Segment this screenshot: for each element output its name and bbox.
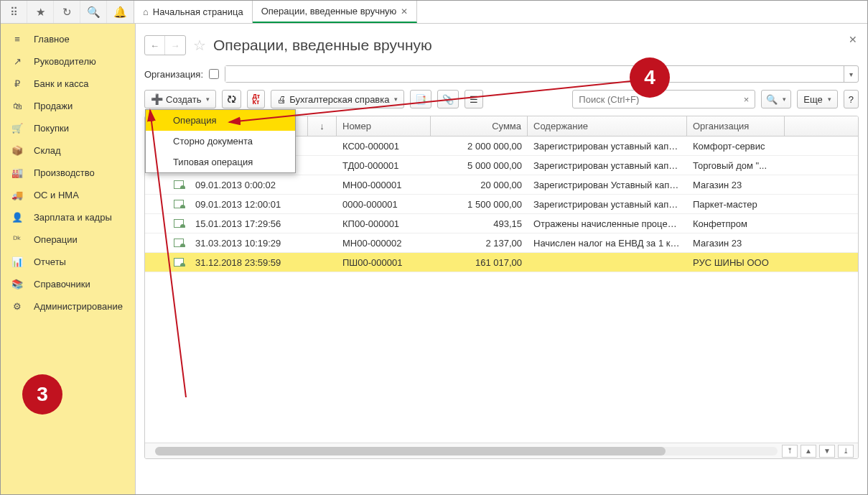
sidebar-item[interactable]: ₽Банк и касса	[1, 73, 135, 95]
sidebar-item[interactable]: 🛍Продажи	[1, 95, 135, 117]
help-button[interactable]: ?	[844, 90, 859, 108]
table-row[interactable]: 31.12.2018 23:59:59ПШ00-000001161 017,00…	[145, 253, 858, 272]
sidebar-label: Администрирование	[34, 301, 123, 312]
doc-icon	[174, 200, 184, 208]
sidebar-icon: ↗	[11, 56, 24, 67]
col-sum[interactable]: Сумма	[431, 116, 528, 136]
list-button[interactable]: ☰	[465, 90, 483, 108]
search-box[interactable]: ×	[572, 90, 755, 108]
doc-icon	[174, 258, 184, 267]
cell: Конфетпром	[687, 218, 785, 229]
back-button[interactable]: ←	[145, 36, 165, 55]
tab[interactable]: ⌂Начальная страница	[134, 1, 253, 23]
org-dropdown-icon[interactable]: ▾	[844, 66, 858, 82]
create-menu-item[interactable]: Типовая операция	[146, 152, 295, 172]
table-row[interactable]: 15.01.2013 17:29:56КП00-000001493,15Отра…	[145, 214, 858, 233]
tab-label: Операции, введенные вручную	[261, 6, 397, 17]
dtkt-button[interactable]: ДтКт	[247, 90, 265, 108]
org-field[interactable]: ▾	[225, 65, 859, 83]
col-sort[interactable]: ↓	[308, 116, 337, 136]
cell: 09.01.2013 12:00:01	[190, 199, 308, 210]
cell: 5 000 000,00	[431, 160, 528, 171]
cell: Магазин 23	[687, 238, 785, 249]
attach-button[interactable]: 📎	[437, 90, 459, 108]
doc-icon	[174, 239, 184, 247]
sidebar-item[interactable]: 📊Отчеты	[1, 251, 135, 273]
cell: 31.12.2018 23:59:59	[190, 257, 308, 268]
clear-search-icon[interactable]: ×	[738, 94, 755, 105]
org-checkbox[interactable]	[209, 69, 219, 79]
cell	[145, 200, 190, 208]
table-row[interactable]: 09.01.2013 0:00:02МН00-00000120 000,00За…	[145, 175, 858, 195]
sidebar-label: Покупки	[34, 123, 69, 134]
cell: Торговый дом "...	[687, 160, 785, 171]
page-first[interactable]: ⤒	[782, 445, 798, 458]
cell	[145, 258, 190, 267]
sidebar-icon: ᴰᵏ	[11, 234, 24, 245]
page-up[interactable]: ▲	[801, 445, 816, 458]
forward-button[interactable]: →	[165, 36, 185, 55]
create-label: Создать	[166, 94, 201, 105]
table-row[interactable]: 09.01.2013 12:00:010000-0000011 500 000,…	[145, 195, 858, 214]
sidebar-item[interactable]: 👤Зарплата и кадры	[1, 206, 135, 228]
sidebar-label: Главное	[34, 34, 70, 45]
cell: Паркет-мастер	[687, 199, 785, 210]
sidebar-icon: 👤	[11, 212, 24, 223]
dtkt-icon: ДтКт	[252, 93, 260, 105]
cell	[145, 180, 190, 189]
annotation-badge-3: 3	[22, 374, 62, 415]
sidebar-label: Операции	[34, 234, 78, 245]
sidebar-label: Банк и касса	[34, 78, 89, 89]
cell: МН00-000002	[337, 238, 431, 249]
more-button[interactable]: Еще▾	[797, 90, 837, 108]
sidebar-item[interactable]: 🏭Производство	[1, 162, 135, 184]
page-down[interactable]: ▼	[819, 445, 835, 458]
create-button[interactable]: ➕ Создать ▾ ОперацияСторно документаТипо…	[144, 90, 216, 108]
favorite-icon[interactable]: ☆	[193, 37, 206, 54]
cell	[145, 239, 190, 247]
horizontal-scrollbar[interactable]	[155, 447, 778, 455]
sidebar-icon: 📦	[11, 145, 24, 156]
accounting-note-label: Бухгалтерская справка	[289, 94, 389, 105]
sidebar-icon: 📊	[11, 256, 24, 267]
search-icon[interactable]: 🔍	[80, 1, 107, 23]
cell: Магазин 23	[687, 180, 785, 190]
create-menu-item[interactable]: Сторно документа	[146, 131, 295, 152]
sidebar-item[interactable]: 🚚ОС и НМА	[1, 184, 135, 206]
cell: КС00-000001	[337, 141, 431, 152]
cell: 2 000 000,00	[431, 141, 528, 152]
col-extra[interactable]	[785, 116, 858, 136]
bell-icon[interactable]: 🔔	[107, 1, 134, 23]
sidebar-label: Продажи	[34, 101, 73, 111]
register-button[interactable]: 📑	[410, 90, 431, 108]
close-icon[interactable]: ✕	[401, 6, 408, 17]
sidebar-icon: 🏭	[11, 167, 24, 178]
table-row[interactable]: 31.03.2013 10:19:29МН00-0000022 137,00На…	[145, 233, 858, 253]
create-menu-item[interactable]: Операция	[146, 110, 295, 131]
org-input[interactable]	[225, 66, 844, 82]
history-icon[interactable]: ↻	[54, 1, 80, 23]
sidebar-item[interactable]: ᴰᵏОперации	[1, 228, 135, 251]
sidebar-item[interactable]: 📦Склад	[1, 139, 135, 162]
find-button[interactable]: 🔍▾	[761, 90, 791, 108]
col-org[interactable]: Организация	[687, 116, 785, 136]
tab[interactable]: Операции, введенные вручную✕	[253, 1, 418, 23]
print-button[interactable]: 🖨 Бухгалтерская справка ▾	[271, 90, 404, 108]
col-number[interactable]: Номер	[337, 116, 431, 136]
sidebar-item[interactable]: 📚Справочники	[1, 273, 135, 295]
col-desc[interactable]: Содержание	[528, 116, 687, 136]
sidebar-item[interactable]: ↗Руководителю	[1, 50, 135, 73]
nav-buttons: ← →	[144, 35, 186, 55]
sidebar-item[interactable]: ⚙Администрирование	[1, 295, 135, 318]
page-last[interactable]: ⤓	[838, 445, 854, 458]
star-icon[interactable]: ★	[27, 1, 54, 23]
close-page-icon[interactable]: ✕	[849, 34, 857, 45]
cell: Зарегистрирован уставный капитал	[528, 160, 687, 171]
refresh-button[interactable]: 🗘	[222, 90, 241, 108]
apps-icon[interactable]: ⠿	[1, 1, 27, 23]
org-label: Организация:	[144, 69, 203, 80]
sidebar-item[interactable]: ≡Главное	[1, 28, 135, 50]
sidebar-item[interactable]: 🛒Покупки	[1, 117, 135, 139]
sidebar-icon: 🛍	[11, 101, 24, 111]
cell: 2 137,00	[431, 238, 528, 249]
